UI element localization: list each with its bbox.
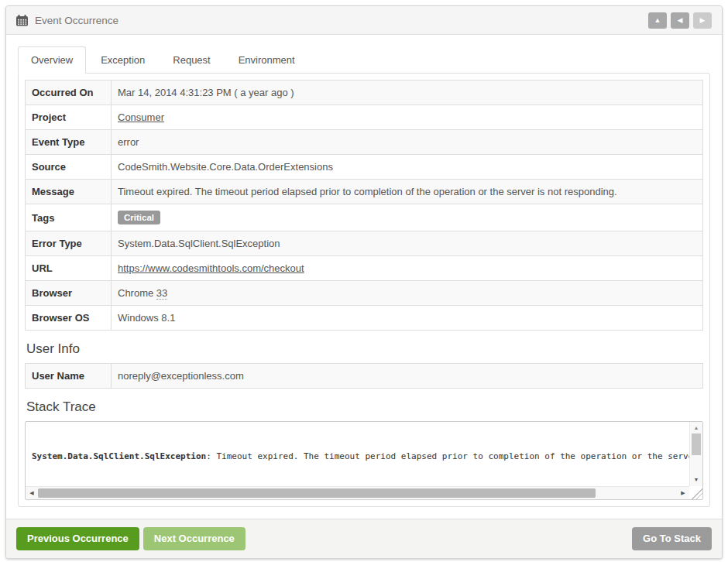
overview-tab-content: Occurred On Mar 14, 2014 4:31:23 PM ( a … — [18, 73, 710, 507]
browser-name: Chrome — [118, 287, 156, 299]
table-row-url: URL https://www.codesmithtools.com/check… — [26, 256, 703, 281]
field-value: System.Data.SqlClient.SqlException — [112, 231, 703, 256]
stack-trace-line: System.Data.SqlClient.SqlException: Time… — [32, 451, 689, 463]
table-row-event-type: Event Type error — [26, 130, 703, 155]
occurrence-nav: ▲ ◀ ▶ — [648, 12, 712, 29]
scroll-up-arrow-icon[interactable]: ▲ — [690, 423, 702, 433]
table-row-source: Source CodeSmith.Website.Core.Data.Order… — [26, 155, 703, 180]
vertical-scroll-thumb[interactable] — [692, 433, 701, 455]
field-label: Browser OS — [26, 306, 112, 331]
table-row-browser: Browser Chrome 33 — [26, 281, 703, 306]
panel-header: Event Occurrence ▲ ◀ ▶ — [6, 6, 722, 35]
page: Event Occurrence ▲ ◀ ▶ Overview Exceptio… — [0, 0, 728, 562]
page-title: Event Occurrence — [35, 15, 118, 26]
field-label: Project — [26, 105, 112, 130]
tab-bar: Overview Exception Request Environment — [18, 46, 710, 74]
field-label: URL — [26, 256, 112, 281]
field-value: Chrome 33 — [112, 281, 703, 306]
table-row-project: Project Consumer — [26, 105, 703, 130]
table-row-user-name: User Name noreply@exceptionless.com — [26, 364, 703, 389]
event-occurrence-panel: Event Occurrence ▲ ◀ ▶ Overview Exceptio… — [5, 5, 723, 559]
field-value: CodeSmith.Website.Core.Data.OrderExtensi… — [112, 155, 703, 180]
scroll-right-arrow-icon[interactable]: ▶ — [678, 487, 688, 499]
field-value: Mar 14, 2014 4:31:23 PM ( a year ago ) — [112, 81, 703, 105]
table-row-error-type: Error Type System.Data.SqlClient.SqlExce… — [26, 231, 703, 256]
nav-up-button[interactable]: ▲ — [648, 12, 667, 29]
tab-request[interactable]: Request — [160, 46, 223, 74]
table-row-tags: Tags Critical — [26, 204, 703, 231]
stack-trace-box: System.Data.SqlClient.SqlException: Time… — [25, 421, 703, 500]
scroll-left-arrow-icon[interactable]: ◀ — [27, 487, 36, 499]
field-value: noreply@exceptionless.com — [112, 364, 703, 389]
field-value: Timeout expired. The timeout period elap… — [112, 180, 703, 204]
browser-version: 33 — [156, 287, 167, 300]
stack-trace-heading: Stack Trace — [26, 399, 703, 415]
user-info-heading: User Info — [26, 341, 703, 357]
panel-body: Overview Exception Request Environment O… — [6, 35, 722, 519]
table-row-message: Message Timeout expired. The timeout per… — [26, 180, 703, 204]
horizontal-scroll-thumb[interactable] — [38, 488, 596, 498]
field-label: Message — [26, 180, 112, 204]
tab-exception[interactable]: Exception — [88, 46, 158, 74]
field-label: Tags — [26, 204, 112, 231]
scroll-down-arrow-icon[interactable]: ▼ — [690, 475, 702, 485]
nav-next-button[interactable]: ▶ — [693, 12, 712, 29]
vertical-scrollbar[interactable]: ▲ ▼ — [689, 422, 702, 486]
tab-environment[interactable]: Environment — [225, 46, 308, 74]
field-label: Occurred On — [26, 81, 112, 105]
field-label: Browser — [26, 281, 112, 306]
field-value: Windows 8.1 — [112, 306, 703, 331]
field-label: Event Type — [26, 130, 112, 155]
calendar-icon — [16, 15, 28, 26]
field-label: Source — [26, 155, 112, 180]
nav-previous-button[interactable]: ◀ — [671, 12, 689, 29]
table-row-browser-os: Browser OS Windows 8.1 — [26, 306, 703, 331]
stack-trace-output: System.Data.SqlClient.SqlException: Time… — [26, 422, 689, 486]
critical-tag-badge: Critical — [118, 211, 160, 224]
tab-overview[interactable]: Overview — [18, 46, 86, 74]
go-to-stack-button[interactable]: Go To Stack — [632, 527, 712, 550]
url-link[interactable]: https://www.codesmithtools.com/checkout — [118, 262, 304, 274]
resize-grip-icon[interactable] — [690, 487, 702, 499]
user-info-table: User Name noreply@exceptionless.com — [25, 363, 703, 389]
next-occurrence-button[interactable]: Next Occurrence — [143, 527, 246, 550]
table-row-occurred-on: Occurred On Mar 14, 2014 4:31:23 PM ( a … — [26, 81, 703, 105]
overview-table: Occurred On Mar 14, 2014 4:31:23 PM ( a … — [25, 80, 703, 331]
horizontal-scrollbar[interactable]: ◀ ▶ — [26, 486, 689, 499]
field-label: Error Type — [26, 231, 112, 256]
project-link[interactable]: Consumer — [118, 111, 164, 123]
field-value: error — [112, 130, 703, 155]
previous-occurrence-button[interactable]: Previous Occurrence — [16, 527, 139, 550]
field-label: User Name — [26, 364, 112, 389]
panel-footer: Previous Occurrence Next Occurrence Go T… — [6, 519, 722, 558]
